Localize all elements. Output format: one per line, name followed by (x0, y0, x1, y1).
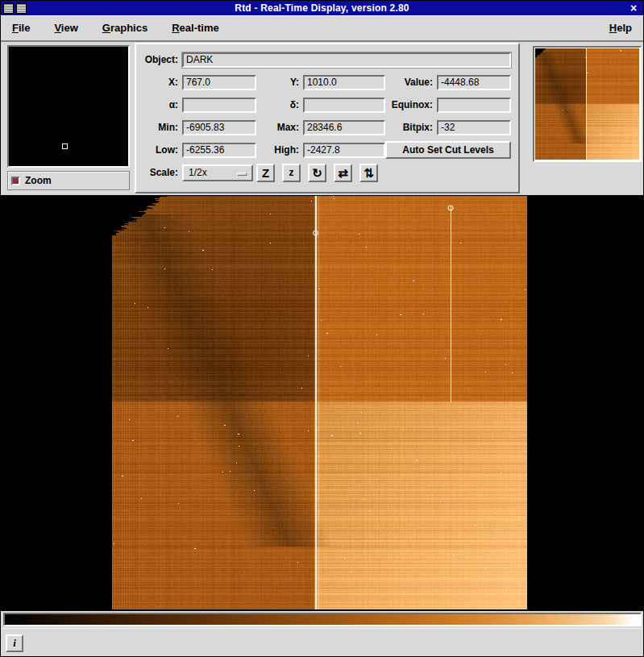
zoom-in-button[interactable]: Z (256, 164, 275, 182)
flip-horizontal-icon[interactable]: ⇄ (334, 164, 352, 182)
info-icon: i (13, 637, 16, 650)
equinox-label: Equinox: (385, 99, 437, 110)
min-field[interactable] (182, 120, 256, 135)
zoom-cursor-marker (62, 143, 68, 149)
object-label: Object: (143, 54, 182, 65)
info-button[interactable]: i (6, 634, 23, 652)
menu-real-time[interactable]: Real-time (172, 22, 219, 34)
value-label: Value: (385, 77, 437, 88)
high-field[interactable] (303, 143, 385, 158)
close-icon[interactable]: × (627, 2, 640, 15)
zoom-out-button[interactable]: z (282, 164, 301, 182)
rotate-icon[interactable]: ↻ (308, 164, 326, 182)
scale-value: 1/2x (189, 167, 207, 178)
max-field[interactable] (303, 120, 385, 135)
zoom-checkbox-indicator[interactable] (11, 177, 20, 185)
delta-label: δ: (256, 99, 303, 110)
scale-label: Scale: (143, 167, 182, 178)
zoom-view (7, 45, 130, 168)
bitpix-label: Bitpix: (385, 122, 437, 133)
y-field[interactable] (303, 75, 385, 90)
window-title: Rtd - Real-Time Display, version 2.80 (1, 2, 643, 14)
colorbar[interactable] (3, 613, 642, 626)
x-label: X: (143, 77, 182, 88)
menu-file[interactable]: File (12, 22, 30, 34)
min-label: Min: (143, 122, 182, 133)
alpha-label: α: (143, 99, 182, 110)
scale-select[interactable]: 1/2x (182, 164, 253, 181)
rtd-window: Rtd - Real-Time Display, version 2.80 × … (0, 0, 644, 657)
image-area (1, 195, 644, 611)
zoom-label: Zoom (25, 175, 52, 186)
object-field[interactable] (182, 52, 511, 68)
alpha-field[interactable] (182, 98, 256, 113)
bitpix-field[interactable] (437, 120, 511, 135)
statusbar: i (1, 628, 643, 657)
menubar: File View Graphics Real-time Help (1, 15, 643, 42)
delta-field[interactable] (303, 98, 385, 113)
pan-thumbnail-canvas[interactable] (534, 48, 640, 160)
y-label: Y: (256, 77, 303, 88)
pan-window[interactable] (533, 46, 642, 162)
titlebar[interactable]: Rtd - Real-Time Display, version 2.80 × (1, 1, 643, 15)
equinox-field[interactable] (437, 98, 511, 113)
max-label: Max: (256, 122, 303, 133)
x-field[interactable] (182, 75, 256, 90)
menu-graphics[interactable]: Graphics (102, 22, 147, 34)
high-label: High: (256, 144, 303, 156)
zoom-buttons: Z z ↻ ⇄ ⇅ (256, 164, 511, 182)
control-panel: Object: X: Y: Value: α: δ: Equinox: Min:… (135, 43, 520, 193)
zoom-toggle[interactable]: Zoom (7, 171, 130, 190)
option-menu-indicator (237, 173, 247, 176)
menu-help[interactable]: Help (609, 22, 632, 34)
menu-view[interactable]: View (54, 22, 77, 34)
low-field[interactable] (182, 143, 256, 158)
auto-set-cut-levels-button[interactable]: Auto Set Cut Levels (385, 141, 511, 159)
low-label: Low: (143, 144, 182, 156)
main-image-canvas[interactable] (112, 196, 527, 609)
flip-vertical-icon[interactable]: ⇅ (359, 164, 378, 182)
value-field[interactable] (437, 75, 511, 90)
